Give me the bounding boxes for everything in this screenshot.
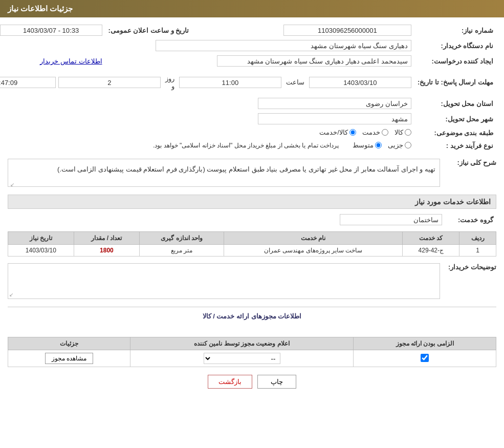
- category-row: طبقه بندی موضوعی: کالا خدمت: [0, 126, 496, 139]
- deadline-days-field: 2: [58, 77, 161, 88]
- info-table: شماره نیاز: 1103096256000001 تاریخ و ساع…: [0, 23, 496, 152]
- radio-motevaset-label: متوسط: [353, 141, 374, 149]
- announce-field: 1403/03/07 - 10:33: [0, 25, 102, 36]
- supplier-status-select[interactable]: --: [204, 353, 280, 364]
- cell-quantity: 1800: [74, 245, 140, 257]
- general-desc-box: تهیه و اجرای آسفالت معابر از محل غیر تها…: [8, 159, 440, 187]
- cell-service-name: ساخت سایر پروژه‌های مهندسی عمران: [224, 245, 402, 257]
- purchase-type-row: نوع فرآیند خرید : جزیی متوسط پرداخت تمام…: [0, 139, 496, 152]
- radio-kala-khadamat-input[interactable]: [349, 129, 356, 136]
- buyer-desc-container: توضیحات خریدار: ↙: [8, 261, 496, 302]
- col-service-name: نام خدمت: [224, 232, 402, 245]
- view-license-button[interactable]: مشاهده مجوز: [45, 353, 93, 364]
- general-desc-container: شرح کلی نیاز: تهیه و اجرای آسفالت معابر …: [8, 156, 496, 189]
- deadline-row: مهلت ارسال پاسخ: تا تاریخ: 1403/03/10 سا…: [0, 69, 496, 96]
- purchase-type-label: نوع فرآیند خرید :: [414, 139, 496, 152]
- deadline-remaining-field: 23:47:09: [0, 77, 56, 88]
- city-label: شهر محل تحویل:: [414, 111, 496, 126]
- purchase-note: پرداخت تمام یا بخشی از مبلغ خریداز محل "…: [153, 142, 339, 149]
- buyer-desc-resize: ↙: [9, 292, 13, 297]
- need-number-row: شماره نیاز: 1103096256000001 تاریخ و ساع…: [0, 23, 496, 38]
- radio-kala-input[interactable]: [405, 129, 411, 136]
- contact-link[interactable]: اطلاعات تماس خریدار: [40, 57, 102, 65]
- general-desc-text: تهیه و اجرای آسفالت معابر از محل غیر تها…: [57, 165, 435, 173]
- services-table: ردیف کد خدمت نام خدمت واحد اندازه گیری ت…: [8, 231, 496, 257]
- buyer-org-row: نام دستگاه خریدار: دهیاری سنگ سیاه شهرست…: [0, 38, 496, 53]
- deadline-label: مهلت ارسال پاسخ: تا تاریخ:: [414, 69, 496, 96]
- spacer: [8, 324, 496, 334]
- radio-khadamat: خدمت: [362, 129, 388, 136]
- radio-kala-label: کالا: [395, 129, 403, 136]
- col-row-num: ردیف: [459, 232, 496, 245]
- category-radio-group: کالا خدمت کالا/خدمت: [319, 129, 411, 136]
- buyer-org-field: دهیاری سنگ سیاه شهرستان مشهد: [156, 40, 411, 51]
- services-section-title: اطلاعات خدمات مورد نیاز: [8, 195, 496, 209]
- category-label: طبقه بندی موضوعی:: [414, 126, 496, 139]
- col-date: تاریخ نیاز: [8, 232, 74, 245]
- service-group-value: ساختمان: [8, 212, 445, 227]
- creator-row: ایجاد کننده درخواست: سیدمحمد اعلمی دهیار…: [0, 53, 496, 69]
- col-service-code: کد خدمت: [403, 232, 459, 245]
- page-wrapper: جزئیات اطلاعات نیاز شماره نیاز: 11030962…: [0, 0, 504, 448]
- radio-khadamat-label: خدمت: [362, 129, 380, 136]
- buyer-desc-box[interactable]: ↙: [8, 263, 440, 299]
- cell-row-num: 1: [459, 245, 496, 257]
- mandatory-checkbox[interactable]: [421, 354, 429, 362]
- province-label: استان محل تحویل:: [414, 96, 496, 111]
- category-value: کالا خدمت کالا/خدمت: [0, 126, 414, 139]
- deadline-days-label: روز و: [165, 75, 174, 90]
- back-button[interactable]: بازگشت: [208, 375, 252, 389]
- radio-khadamat-input[interactable]: [382, 129, 388, 136]
- city-value: مشهد: [0, 111, 414, 126]
- col-unit: واحد اندازه گیری: [140, 232, 224, 245]
- content-area: شماره نیاز: 1103096256000001 تاریخ و ساع…: [0, 17, 504, 399]
- deadline-date-field: 1403/03/10: [309, 77, 411, 88]
- radio-kala-khadamat-label: کالا/خدمت: [319, 129, 348, 136]
- general-desc-content: تهیه و اجرای آسفالت معابر از محل غیر تها…: [8, 156, 440, 189]
- contact-link-cell: اطلاعات تماس خریدار: [0, 53, 105, 69]
- cell-unit: متر مربع: [140, 245, 224, 257]
- purchase-type-value: جزیی متوسط پرداخت تمام یا بخشی از مبلغ خ…: [0, 139, 414, 152]
- deadline-value: 1403/03/10 ساعت 11:00 روز و 2 23:47:09 س…: [0, 69, 414, 96]
- need-number-label: شماره نیاز:: [414, 23, 496, 38]
- section-divider: [8, 307, 496, 307]
- radio-motevaset-input[interactable]: [375, 142, 382, 148]
- buyer-desc-content: ↙: [8, 261, 440, 302]
- radio-kala-khadamat: کالا/خدمت: [319, 129, 356, 136]
- creator-label: ایجاد کننده درخواست:: [414, 53, 496, 69]
- province-row: استان محل تحویل: خراسان رضوی: [0, 96, 496, 111]
- purchase-radio-group: جزیی متوسط پرداخت تمام یا بخشی از مبلغ خ…: [153, 141, 411, 149]
- creator-field: سیدمحمد اعلمی دهیار دهیاری سنگ سیاه شهرس…: [217, 55, 411, 67]
- service-group-row: گروه خدمت: ساختمان: [8, 212, 496, 227]
- cell-date: 1403/03/10: [8, 245, 74, 257]
- print-button[interactable]: چاپ: [257, 375, 296, 389]
- radio-jozii-label: جزیی: [388, 141, 403, 149]
- col-supplier-status: اعلام وضعیت مجوز توسط نامین کننده: [130, 337, 354, 350]
- buyer-org-value: دهیاری سنگ سیاه شهرستان مشهد: [0, 38, 414, 53]
- licenses-table-header: الزامی بودن ارائه مجوز اعلام وضعیت مجوز …: [8, 337, 496, 350]
- province-field: خراسان رضوی: [258, 98, 411, 109]
- service-group-label: گروه خدمت:: [445, 212, 496, 227]
- licenses-section-title: اطلاعات مجوزهای ارائه خدمت / کالا: [8, 312, 496, 320]
- page-header: جزئیات اطلاعات نیاز: [0, 0, 504, 17]
- col-details: جزئیات: [8, 337, 130, 350]
- radio-motevaset: متوسط: [353, 141, 382, 149]
- deadline-time-row: 1403/03/10 ساعت 11:00 روز و 2 23:47:09 س…: [0, 71, 411, 94]
- resize-handle: ↙: [9, 180, 14, 185]
- radio-jozii-input[interactable]: [405, 142, 411, 148]
- radio-jozii: جزیی: [388, 141, 411, 149]
- buyer-org-label: نام دستگاه خریدار:: [414, 38, 496, 53]
- buyer-desc-label: توضیحات خریدار:: [440, 261, 496, 271]
- need-number-value: 1103096256000001: [192, 23, 414, 38]
- licenses-table: الزامی بودن ارائه مجوز اعلام وضعیت مجوز …: [8, 337, 496, 367]
- city-row: شهر محل تحویل: مشهد: [0, 111, 496, 126]
- service-group-field: ساختمان: [340, 214, 442, 225]
- general-desc-label: شرح کلی نیاز:: [440, 156, 496, 166]
- city-field: مشهد: [258, 113, 411, 124]
- province-value: خراسان رضوی: [0, 96, 414, 111]
- service-group-table: گروه خدمت: ساختمان: [8, 212, 496, 227]
- list-item: -- مشاهده مجوز: [8, 350, 496, 367]
- cell-details: مشاهده مجوز: [8, 350, 130, 367]
- bottom-buttons: چاپ بازگشت: [8, 375, 496, 389]
- announce-label: تاریخ و ساعت اعلان عمومی:: [105, 23, 192, 38]
